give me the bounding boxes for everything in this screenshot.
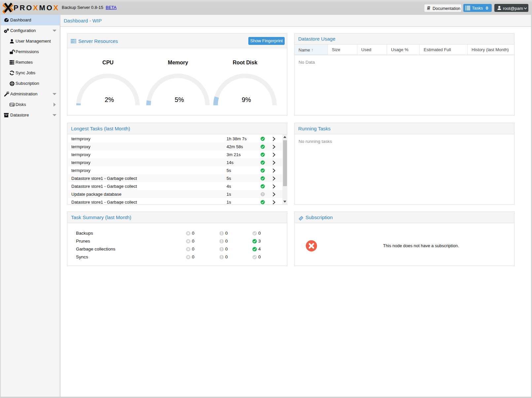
svg-text:PROXMOX: PROXMOX xyxy=(14,4,59,12)
svg-text:?: ? xyxy=(262,192,264,196)
